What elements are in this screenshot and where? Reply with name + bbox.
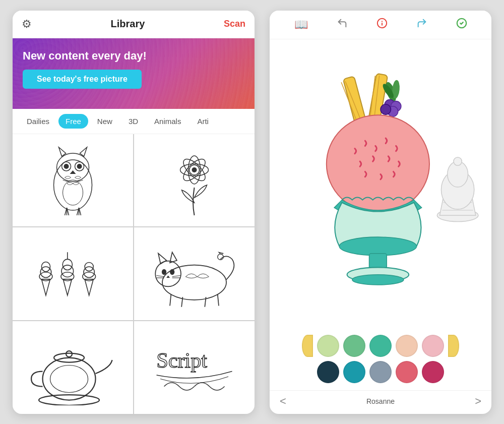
color-lightgreen[interactable] [317,335,339,357]
svg-marker-53 [219,252,223,254]
tab-free[interactable]: Free [58,114,88,129]
free-picture-button[interactable]: See today's free picture [23,70,142,89]
gear-icon[interactable]: ⚙ [22,18,32,31]
svg-line-40 [205,297,206,307]
bottom-navigation: < Rosanne > [270,390,491,414]
svg-point-42 [155,261,181,287]
color-yellow2-partial[interactable] [448,335,459,357]
svg-point-45 [162,269,166,275]
banner-headline: New content every day! [23,49,244,63]
svg-point-46 [170,269,174,275]
svg-point-57 [50,365,88,392]
svg-line-41 [218,294,219,306]
book-icon[interactable]: 📖 [294,18,308,31]
image-grid: Script [13,134,255,414]
color-yellow-partial[interactable] [302,335,313,357]
color-pink-light[interactable] [422,335,444,357]
tab-3d[interactable]: 3D [121,114,145,129]
svg-point-76 [381,104,391,114]
tab-new[interactable]: New [90,114,119,129]
svg-point-77 [327,115,429,213]
grid-item-tea[interactable] [13,321,133,414]
tabs-row: Dailies Free New 3D Animals Arti [13,109,255,134]
grid-item-ornamental[interactable]: Script [134,321,255,414]
ornamental-illustration: Script [140,330,248,405]
svg-point-23 [192,167,197,172]
banner: New content every day! See today's free … [13,38,255,109]
screenshot-container: ⚙ Library Scan New content every day! Se… [0,0,504,424]
color-navy[interactable] [317,361,339,383]
tab-arti[interactable]: Arti [190,114,216,129]
left-header: ⚙ Library Scan [13,11,255,38]
svg-text:Script: Script [157,349,208,372]
cat-illustration [140,236,248,312]
undo-icon[interactable] [337,18,348,32]
icecream-illustration [19,236,127,312]
grid-item-owl[interactable] [13,134,133,227]
next-arrow[interactable]: > [475,395,481,408]
grid-item-flower[interactable] [134,134,255,227]
grid-item-icecream[interactable] [13,227,133,320]
library-title: Library [111,18,145,30]
redo-icon[interactable] [416,18,427,32]
svg-line-50 [172,275,180,276]
username-label: Rosanne [366,397,395,405]
color-palette [270,330,491,390]
grid-item-cat[interactable] [134,227,255,320]
color-red-pink[interactable] [396,361,418,383]
color-gray-blue[interactable] [369,361,392,383]
color-teal[interactable] [369,335,392,357]
svg-point-31 [62,259,72,270]
coloring-canvas[interactable] [270,39,491,330]
prev-arrow[interactable]: < [280,395,286,408]
phone-right: 📖 [270,11,491,414]
sundae-coloring [270,61,491,308]
svg-point-6 [64,164,69,169]
svg-marker-8 [70,170,76,174]
svg-point-88 [454,157,462,165]
phone-left: ⚙ Library Scan New content every day! Se… [13,11,255,414]
color-cyan[interactable] [343,361,365,383]
svg-point-54 [43,357,96,400]
palette-row-1 [276,335,485,357]
color-peach[interactable] [396,335,418,357]
check-icon[interactable] [456,18,467,32]
svg-point-81 [352,274,404,284]
info-icon[interactable] [376,18,388,32]
color-crimson[interactable] [422,361,444,383]
color-green[interactable] [343,335,365,357]
svg-point-0 [54,160,92,210]
owl-illustration [19,142,127,218]
svg-marker-47 [166,275,170,278]
palette-row-2 [276,361,485,383]
svg-point-7 [77,164,82,169]
scan-button[interactable]: Scan [224,19,245,29]
tab-dailies[interactable]: Dailies [20,114,56,129]
tea-illustration [19,330,127,405]
svg-point-56 [66,351,72,357]
tab-animals[interactable]: Animals [147,114,188,129]
coloring-toolbar: 📖 [270,11,491,39]
flower-illustration [140,142,248,218]
svg-point-78 [339,237,416,256]
svg-line-48 [157,275,164,276]
svg-line-38 [170,294,171,306]
